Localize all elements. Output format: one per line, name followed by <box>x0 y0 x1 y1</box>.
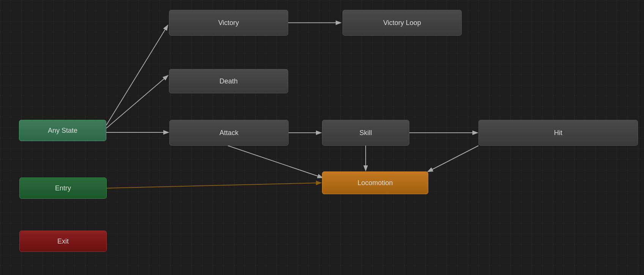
skill-node[interactable]: Skill <box>322 120 409 146</box>
hit-node[interactable]: Hit <box>478 120 638 146</box>
entry-label: Entry <box>55 184 71 192</box>
attack-label: Attack <box>219 129 238 137</box>
death-node[interactable]: Death <box>169 69 288 93</box>
death-label: Death <box>219 77 238 85</box>
entry-node[interactable]: Entry <box>19 178 107 199</box>
attack-node[interactable]: Attack <box>169 120 289 146</box>
victory-loop-label: Victory Loop <box>383 19 421 27</box>
locomotion-label: Locomotion <box>357 179 393 187</box>
exit-node[interactable]: Exit <box>19 231 107 252</box>
exit-label: Exit <box>57 237 69 245</box>
locomotion-node[interactable]: Locomotion <box>322 171 428 194</box>
hit-label: Hit <box>554 129 562 137</box>
victory-label: Victory <box>218 19 239 27</box>
skill-label: Skill <box>359 129 372 137</box>
any-state-label: Any State <box>48 127 77 135</box>
any-state-node[interactable]: Any State <box>19 120 106 141</box>
victory-node[interactable]: Victory <box>169 10 288 36</box>
victory-loop-node[interactable]: Victory Loop <box>343 10 462 36</box>
